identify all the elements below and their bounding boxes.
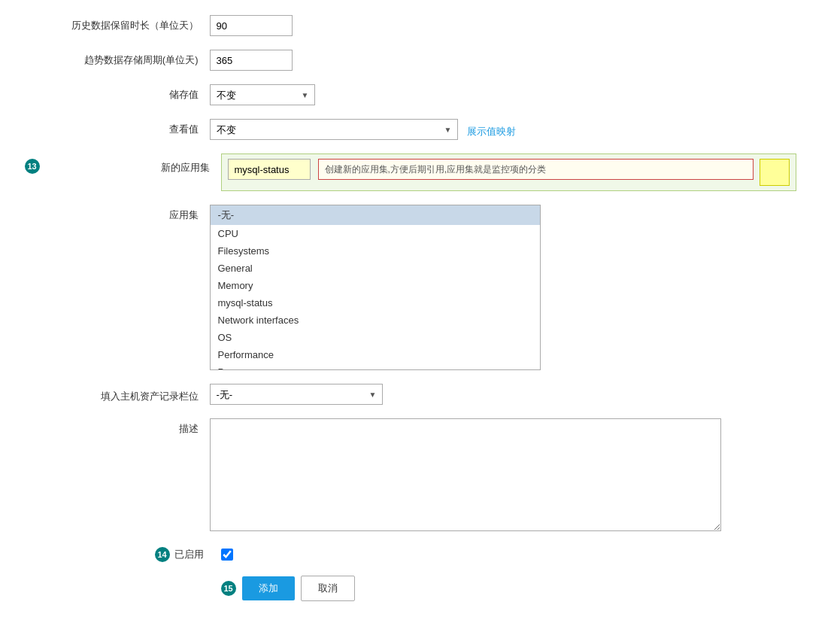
show-mapping-link[interactable]: 展示值映射 xyxy=(467,121,516,138)
history-retention-input[interactable]: 90 xyxy=(210,15,293,36)
cancel-button[interactable]: 取消 xyxy=(301,576,355,601)
action-row: 15 添加 取消 xyxy=(221,576,796,601)
asset-record-select-wrapper: -无- xyxy=(210,384,383,405)
trend-storage-row: 趋势数据存储周期(单位天) 365 xyxy=(44,50,796,71)
list-item[interactable]: mysql-status xyxy=(211,294,540,312)
new-app-input-wrapper: mysql-status 创建新的应用集,方便后期引用,应用集就是监控项的分类 xyxy=(221,153,796,191)
view-value-inner: 不变 原始 最大值 最小值 平均值 展示值映射 xyxy=(210,119,516,140)
enabled-label-area: 14 已启用 xyxy=(44,547,221,562)
store-value-select[interactable]: 不变 原始 最大值 最小值 平均值 xyxy=(210,84,315,105)
store-value-select-wrapper: 不变 原始 最大值 最小值 平均值 xyxy=(210,84,315,105)
enabled-checkbox[interactable] xyxy=(221,549,233,561)
asset-record-row: 填入主机资产记录栏位 -无- xyxy=(44,384,796,405)
trend-storage-label: 趋势数据存储周期(单位天) xyxy=(44,50,210,67)
history-retention-row: 历史数据保留时长（单位天） 90 xyxy=(44,15,796,36)
description-textarea[interactable] xyxy=(210,418,721,531)
action-badge: 15 xyxy=(221,581,236,596)
view-value-control: 不变 原始 最大值 最小值 平均值 展示值映射 xyxy=(210,119,796,140)
asset-record-select[interactable]: -无- xyxy=(210,384,383,405)
view-value-label: 查看值 xyxy=(44,119,210,136)
form-container: 历史数据保留时长（单位天） 90 趋势数据存储周期(单位天) 365 储存值 不… xyxy=(44,15,796,601)
description-label: 描述 xyxy=(44,418,210,436)
list-item[interactable]: Filesystems xyxy=(211,242,540,260)
description-control xyxy=(210,418,721,533)
list-item[interactable]: Network interfaces xyxy=(211,312,540,329)
list-item[interactable]: CPU xyxy=(211,225,540,242)
enabled-badge: 14 xyxy=(155,547,170,562)
new-app-label-area: 13 新的应用集 xyxy=(44,153,221,175)
store-value-row: 储存值 不变 原始 最大值 最小值 平均值 xyxy=(44,84,796,105)
new-app-hint-text: 创建新的应用集,方便后期引用,应用集就是监控项的分类 xyxy=(325,163,547,176)
list-item[interactable]: Processes xyxy=(211,363,540,370)
app-set-label: 应用集 xyxy=(44,205,210,222)
new-app-text-input[interactable]: mysql-status xyxy=(228,159,311,180)
list-item[interactable]: Performance xyxy=(211,346,540,363)
trend-storage-input[interactable]: 365 xyxy=(210,50,293,71)
new-app-hint-box: 创建新的应用集,方便后期引用,应用集就是监控项的分类 xyxy=(318,159,754,180)
view-value-select[interactable]: 不变 原始 最大值 最小值 平均值 xyxy=(210,119,458,140)
app-set-listbox-wrapper: -无- CPU Filesystems General Memory mysql… xyxy=(210,205,541,370)
description-row: 描述 xyxy=(44,418,796,533)
list-item[interactable]: General xyxy=(211,260,540,277)
add-button[interactable]: 添加 xyxy=(242,576,295,600)
asset-record-control: -无- xyxy=(210,384,796,405)
trend-storage-control: 365 xyxy=(210,50,796,71)
enabled-label: 已启用 xyxy=(174,548,210,561)
store-value-label: 储存值 xyxy=(44,84,210,102)
yellow-indicator xyxy=(760,159,790,186)
list-item[interactable]: Memory xyxy=(211,277,540,294)
new-app-badge: 13 xyxy=(25,159,40,174)
view-value-select-wrapper: 不变 原始 最大值 最小值 平均值 xyxy=(210,119,458,140)
new-app-row: 13 新的应用集 mysql-status 创建新的应用集,方便后期引用,应用集… xyxy=(44,153,796,191)
history-retention-label: 历史数据保留时长（单位天） xyxy=(44,15,210,32)
view-value-row: 查看值 不变 原始 最大值 最小值 平均值 展示值映射 xyxy=(44,119,796,140)
store-value-control: 不变 原始 最大值 最小值 平均值 xyxy=(210,84,796,105)
app-set-row: 应用集 -无- CPU Filesystems General Memory m… xyxy=(44,205,796,370)
new-app-label: 新的应用集 xyxy=(44,157,210,175)
list-item[interactable]: -无- xyxy=(211,205,540,225)
asset-record-label: 填入主机资产记录栏位 xyxy=(44,386,210,403)
history-retention-control: 90 xyxy=(210,15,796,36)
app-set-listbox[interactable]: -无- CPU Filesystems General Memory mysql… xyxy=(210,205,541,370)
enabled-row: 14 已启用 xyxy=(44,547,796,562)
list-item[interactable]: OS xyxy=(211,329,540,346)
